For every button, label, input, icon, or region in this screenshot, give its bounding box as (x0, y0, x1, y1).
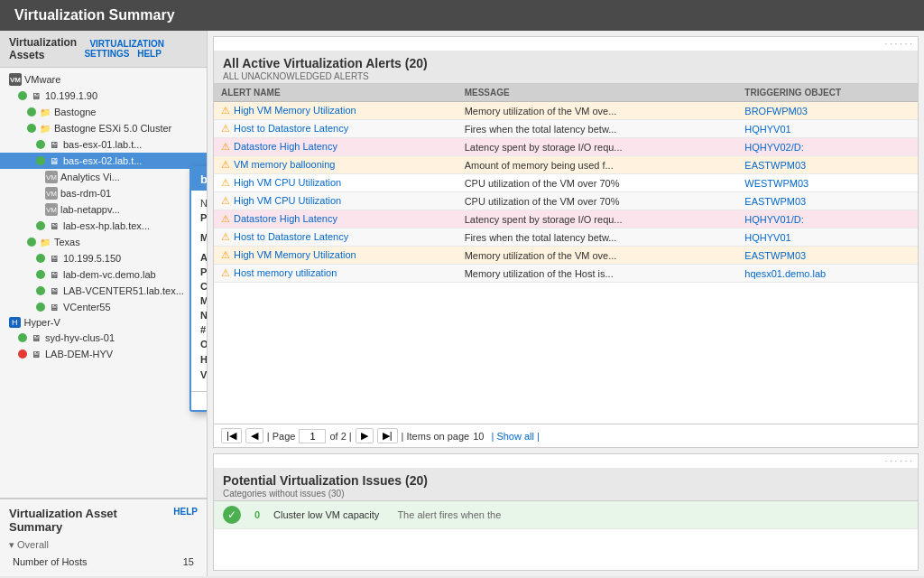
table-row[interactable]: ⚠High VM Memory Utilization Memory utili… (214, 102, 918, 120)
node-status-row: Node is Up. (200, 198, 208, 209)
page-title: Virtualization Summary (0, 0, 924, 31)
packet-loss-label: Packet Loss: (200, 266, 208, 277)
table-row[interactable]: ⚠High VM Memory Utilization Memory utili… (214, 247, 918, 265)
table-row[interactable]: ⚠Datastore High Latency Latency spent by… (214, 210, 918, 228)
items-per-page-value: 10 (473, 431, 484, 442)
alert-object-link[interactable]: HQHYV01 (744, 124, 790, 135)
tree-item-analytics[interactable]: VM Analytics Vi... (0, 169, 207, 185)
alert-name-cell: ⚠High VM CPU Utilization (214, 192, 457, 210)
last-page-btn[interactable]: ▶| (377, 428, 398, 443)
status-dot-green (27, 107, 36, 117)
tree-label: lab-esx-hp.lab.tex... (63, 220, 150, 231)
vm-icon: VM (45, 171, 58, 183)
tree-item-netappv[interactable]: VM lab-netappv... (0, 201, 207, 218)
tooltip-more[interactable]: · · · (191, 391, 208, 410)
alert-name-cell: ⚠High VM CPU Utilization (214, 174, 457, 192)
tree-item-bas-esx-02[interactable]: 🖥 bas-esx-02.lab.t... (0, 153, 207, 169)
prev-page-btn[interactable]: ◀ (245, 428, 263, 443)
tree-label: Hyper-V (24, 317, 60, 328)
tree-item-bastogne[interactable]: 📁 Bastogne (0, 104, 207, 120)
alert-name-link[interactable]: Datastore High Latency (234, 213, 337, 224)
alert-message-cell: Latency spent by storage I/O requ... (457, 138, 738, 156)
tree-item-bas-esx-hp[interactable]: 🖥 lab-esx-hp.lab.tex... (0, 218, 207, 234)
page-input[interactable] (299, 429, 326, 443)
alert-object-link[interactable]: HQHYV01/D: (744, 214, 803, 225)
folder-icon: 📁 (39, 122, 51, 135)
alert-name-cell: ⚠Host to Datastore Latency (214, 120, 457, 138)
alert-object-link[interactable]: hqesx01.demo.lab (744, 268, 826, 279)
tree-item-vcenter55[interactable]: 🖥 VCenter55 (0, 299, 207, 315)
warning-triangle-icon: ⚠ (221, 249, 230, 260)
server-icon: 🖥 (48, 219, 60, 232)
next-page-btn[interactable]: ▶ (356, 428, 374, 443)
warning-triangle-icon: ⚠ (221, 267, 230, 278)
table-row[interactable]: ⚠Datastore High Latency Latency spent by… (214, 138, 918, 156)
tree-label: bas-esx-01.lab.t... (63, 139, 142, 150)
tree-item-texas[interactable]: 📁 Texas (0, 234, 207, 250)
tree-item-bas-rdm[interactable]: VM bas-rdm-01 (0, 185, 207, 201)
right-panel: · · · · · · All Active Virtualization Al… (208, 31, 924, 576)
status-dot-green (36, 156, 45, 165)
alert-name-link[interactable]: Datastore High Latency (234, 141, 337, 152)
alert-name-link[interactable]: High VM Memory Utilization (234, 105, 356, 116)
tree-item-bas-esx-01[interactable]: 🖥 bas-esx-01.lab.t... (0, 136, 207, 153)
alert-name-cell: ⚠Host to Datastore Latency (214, 228, 457, 247)
status-dot-green (36, 286, 45, 295)
table-row[interactable]: ⚠VM memory ballooning Amount of memory b… (214, 156, 918, 174)
show-all-link[interactable]: | Show all | (491, 431, 539, 442)
tree-item-hyperv[interactable]: H Hyper-V (0, 315, 207, 330)
table-row[interactable]: ⚠Host to Datastore Latency Fires when th… (214, 228, 918, 247)
table-row[interactable]: ⚠Host to Datastore Latency Fires when th… (214, 120, 918, 138)
tree-label: bas-esx-02.lab.t... (63, 155, 142, 166)
server-icon: 🖥 (48, 138, 60, 151)
tree-item-lab-dem-hyv[interactable]: 🖥 LAB-DEM-HYV (0, 346, 207, 362)
tree-item-bastogne-cluster[interactable]: 📁 Bastogne ESXi 5.0 Cluster (0, 120, 207, 136)
table-row[interactable]: ⚠High VM CPU Utilization CPU utilization… (214, 174, 918, 192)
issue-label: Cluster low VM capacity (273, 509, 379, 520)
alert-name-link[interactable]: High VM CPU Utilization (234, 177, 341, 188)
table-row[interactable]: ⚠High VM CPU Utilization CPU utilization… (214, 192, 918, 210)
tree-item-ip190[interactable]: 🖥 10.199.1.90 (0, 88, 207, 104)
table-row[interactable]: ⚠Host memory utilization Memory utilizat… (214, 265, 918, 283)
node-status: Node is Up. (200, 198, 208, 209)
tree-label: Bastogne (54, 107, 96, 117)
alert-object-link[interactable]: EASTWPM03 (744, 196, 806, 207)
alert-object-link[interactable]: EASTWPM03 (744, 160, 806, 171)
alert-object-link[interactable]: HQHYV01 (744, 232, 790, 243)
tree-item-lab-vcenter51[interactable]: 🖥 LAB-VCENTER51.lab.tex... (0, 283, 207, 299)
alert-name-link[interactable]: Host to Datastore Latency (234, 123, 348, 134)
alert-name-link[interactable]: High VM CPU Utilization (234, 195, 341, 206)
issue-row[interactable]: ✓ 0 Cluster low VM capacity The alert fi… (214, 501, 918, 529)
tree-item-vmware[interactable]: VM VMware (0, 71, 207, 88)
alerts-table-scroll[interactable]: ALERT NAME MESSAGE TRIGGERING OBJECT ⚠Hi… (214, 84, 918, 424)
alert-object-link[interactable]: HQHYV02/D: (744, 142, 803, 153)
alert-message-cell: Amount of memory being used f... (457, 156, 738, 174)
tree-item-ip5150[interactable]: 🖥 10.199.5.150 (0, 250, 207, 266)
alert-object-link[interactable]: WESTWPM03 (744, 178, 808, 189)
alert-message-cell: Memory utilization of the VM ove... (457, 247, 738, 265)
alert-object-link[interactable]: EASTWPM03 (744, 250, 806, 261)
alert-name-link[interactable]: Host memory utilization (234, 267, 337, 278)
pagination: |◀ ◀ | Page of 2 | ▶ ▶| | Items on page … (214, 424, 918, 447)
first-page-btn[interactable]: |◀ (221, 428, 242, 443)
network-util-label: Network Utilization: (200, 310, 208, 321)
server-icon: 🖥 (48, 301, 60, 313)
tree-item-lab-dem-vc[interactable]: 🖥 lab-dem-vc.demo.lab (0, 266, 207, 283)
asset-summary: Virtualization Asset Summary HELP ▾ Over… (0, 498, 207, 576)
tree-item-syd-hyv[interactable]: 🖥 syd-hyv-clus-01 (0, 330, 207, 346)
alert-name-link[interactable]: Host to Datastore Latency (234, 231, 348, 242)
alert-object-link[interactable]: BROFWPM03 (744, 106, 808, 117)
alert-name-cell: ⚠Datastore High Latency (214, 210, 457, 228)
issues-count: 0 (248, 509, 266, 520)
alert-message-cell: Memory utilization of the Host is... (457, 265, 738, 283)
polling-ip-label: Polling IP Address: (200, 212, 208, 223)
summary-help[interactable]: HELP (173, 507, 198, 534)
alert-name-link[interactable]: VM memory ballooning (234, 159, 336, 170)
server-icon: 🖥 (48, 268, 60, 281)
alert-name-link[interactable]: High VM Memory Utilization (234, 249, 356, 260)
alert-name-cell: ⚠Host memory utilization (214, 265, 457, 283)
help-link[interactable]: HELP (137, 49, 162, 59)
alert-name-cell: ⚠High VM Memory Utilization (214, 247, 457, 265)
alert-object-cell: HQHYV02/D: (737, 138, 918, 156)
host-status-row: Host Status: ⚠ Warning (200, 353, 208, 365)
